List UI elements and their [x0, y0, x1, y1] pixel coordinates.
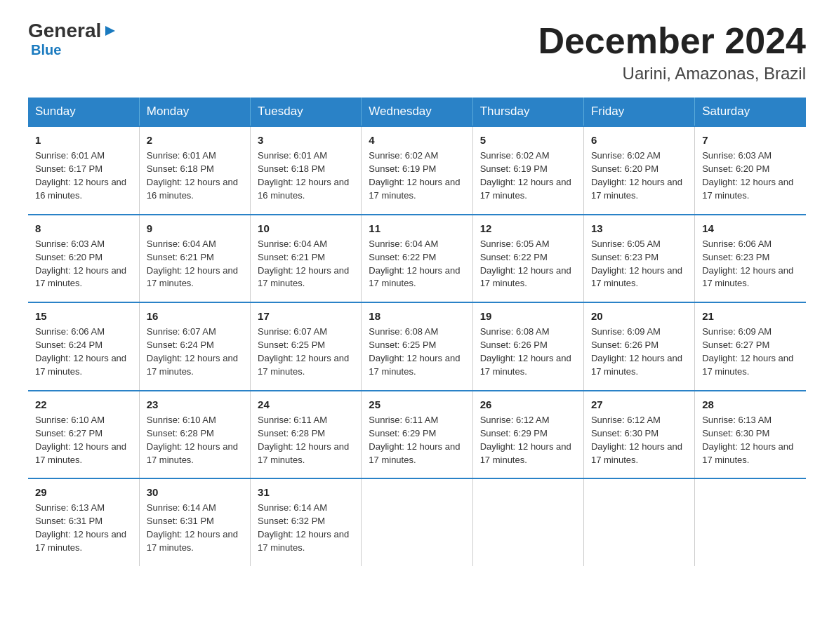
day-number: 12 [480, 221, 576, 236]
header-thursday: Thursday [472, 98, 583, 126]
day-daylight: Daylight: 12 hours and 17 minutes. [702, 265, 793, 289]
table-row: 8 Sunrise: 6:03 AM Sunset: 6:20 PM Dayli… [28, 215, 139, 303]
day-daylight: Daylight: 12 hours and 17 minutes. [35, 353, 126, 377]
table-row: 27 Sunrise: 6:12 AM Sunset: 6:30 PM Dayl… [583, 391, 694, 479]
logo-blue: Blue [31, 42, 61, 58]
day-sunrise: Sunrise: 6:13 AM [702, 415, 772, 425]
day-number: 1 [35, 133, 132, 147]
day-daylight: Daylight: 12 hours and 17 minutes. [369, 177, 460, 201]
day-daylight: Daylight: 12 hours and 17 minutes. [258, 265, 349, 289]
day-daylight: Daylight: 12 hours and 17 minutes. [147, 441, 238, 465]
day-daylight: Daylight: 12 hours and 17 minutes. [480, 353, 571, 377]
day-sunset: Sunset: 6:19 PM [369, 163, 436, 174]
day-number: 18 [369, 309, 465, 323]
logo-arrow-icon [102, 23, 118, 39]
day-sunset: Sunset: 6:22 PM [369, 252, 436, 262]
table-row: 22 Sunrise: 6:10 AM Sunset: 6:27 PM Dayl… [28, 391, 139, 479]
day-daylight: Daylight: 12 hours and 17 minutes. [369, 265, 460, 289]
calendar-body: 1 Sunrise: 6:01 AM Sunset: 6:17 PM Dayli… [28, 126, 806, 566]
day-daylight: Daylight: 12 hours and 17 minutes. [480, 441, 571, 465]
table-row: 13 Sunrise: 6:05 AM Sunset: 6:23 PM Dayl… [583, 215, 694, 303]
table-row: 28 Sunrise: 6:13 AM Sunset: 6:30 PM Dayl… [695, 391, 806, 479]
day-sunrise: Sunrise: 6:04 AM [258, 239, 327, 249]
day-number: 17 [258, 309, 354, 323]
svg-marker-0 [105, 26, 115, 36]
day-sunset: Sunset: 6:24 PM [147, 340, 214, 350]
day-sunrise: Sunrise: 6:06 AM [35, 326, 105, 337]
day-sunset: Sunset: 6:29 PM [480, 428, 548, 438]
day-number: 8 [35, 221, 132, 236]
day-daylight: Daylight: 12 hours and 16 minutes. [147, 177, 238, 201]
day-sunrise: Sunrise: 6:02 AM [369, 150, 438, 161]
header-tuesday: Tuesday [251, 98, 362, 126]
day-daylight: Daylight: 12 hours and 16 minutes. [35, 177, 126, 201]
day-sunrise: Sunrise: 6:14 AM [258, 502, 327, 513]
day-daylight: Daylight: 12 hours and 16 minutes. [258, 177, 349, 201]
day-daylight: Daylight: 12 hours and 17 minutes. [35, 265, 126, 289]
day-sunset: Sunset: 6:28 PM [147, 428, 214, 438]
day-daylight: Daylight: 12 hours and 17 minutes. [369, 353, 460, 377]
day-sunset: Sunset: 6:20 PM [35, 252, 102, 262]
table-row: 14 Sunrise: 6:06 AM Sunset: 6:23 PM Dayl… [695, 215, 806, 303]
day-number: 27 [591, 397, 687, 412]
day-daylight: Daylight: 12 hours and 17 minutes. [147, 529, 238, 553]
day-daylight: Daylight: 12 hours and 17 minutes. [591, 441, 682, 465]
table-row: 20 Sunrise: 6:09 AM Sunset: 6:26 PM Dayl… [583, 302, 694, 391]
header-sunday: Sunday [28, 98, 139, 126]
day-number: 3 [258, 133, 354, 147]
day-sunrise: Sunrise: 6:01 AM [147, 150, 216, 161]
day-sunrise: Sunrise: 6:08 AM [369, 326, 438, 337]
day-number: 23 [147, 397, 243, 412]
table-row [695, 478, 806, 566]
day-sunrise: Sunrise: 6:04 AM [147, 239, 216, 249]
day-sunrise: Sunrise: 6:02 AM [591, 150, 661, 161]
day-daylight: Daylight: 12 hours and 17 minutes. [702, 441, 793, 465]
header-wednesday: Wednesday [362, 98, 472, 126]
day-number: 6 [591, 133, 687, 147]
day-number: 28 [702, 397, 799, 412]
day-sunrise: Sunrise: 6:11 AM [369, 415, 438, 425]
table-row: 19 Sunrise: 6:08 AM Sunset: 6:26 PM Dayl… [472, 302, 583, 391]
day-sunrise: Sunrise: 6:07 AM [147, 326, 216, 337]
day-sunset: Sunset: 6:27 PM [35, 428, 102, 438]
day-sunrise: Sunrise: 6:02 AM [480, 150, 550, 161]
day-number: 21 [702, 309, 799, 323]
calendar-table: Sunday Monday Tuesday Wednesday Thursday… [28, 98, 806, 566]
day-daylight: Daylight: 12 hours and 17 minutes. [258, 529, 349, 553]
day-sunrise: Sunrise: 6:03 AM [35, 239, 105, 249]
day-sunrise: Sunrise: 6:10 AM [147, 415, 216, 425]
day-daylight: Daylight: 12 hours and 17 minutes. [702, 177, 793, 201]
day-sunrise: Sunrise: 6:06 AM [702, 239, 772, 249]
day-daylight: Daylight: 12 hours and 17 minutes. [591, 265, 682, 289]
day-sunrise: Sunrise: 6:14 AM [147, 502, 216, 513]
day-sunrise: Sunrise: 6:11 AM [258, 415, 327, 425]
day-sunset: Sunset: 6:18 PM [258, 163, 325, 174]
day-number: 29 [35, 485, 132, 499]
day-number: 10 [258, 221, 354, 236]
day-number: 26 [480, 397, 576, 412]
table-row: 17 Sunrise: 6:07 AM Sunset: 6:25 PM Dayl… [251, 302, 362, 391]
day-daylight: Daylight: 12 hours and 17 minutes. [147, 265, 238, 289]
day-sunset: Sunset: 6:26 PM [591, 340, 658, 350]
day-daylight: Daylight: 12 hours and 17 minutes. [480, 265, 571, 289]
table-row [472, 478, 583, 566]
day-sunset: Sunset: 6:20 PM [702, 163, 769, 174]
table-row: 21 Sunrise: 6:09 AM Sunset: 6:27 PM Dayl… [695, 302, 806, 391]
header-monday: Monday [139, 98, 250, 126]
day-sunset: Sunset: 6:31 PM [147, 516, 214, 526]
day-sunset: Sunset: 6:26 PM [480, 340, 548, 350]
day-daylight: Daylight: 12 hours and 17 minutes. [591, 353, 682, 377]
table-row: 11 Sunrise: 6:04 AM Sunset: 6:22 PM Dayl… [362, 215, 472, 303]
day-number: 24 [258, 397, 354, 412]
day-daylight: Daylight: 12 hours and 17 minutes. [258, 441, 349, 465]
calendar-week-row: 8 Sunrise: 6:03 AM Sunset: 6:20 PM Dayli… [28, 215, 806, 303]
table-row: 5 Sunrise: 6:02 AM Sunset: 6:19 PM Dayli… [472, 126, 583, 215]
table-row: 26 Sunrise: 6:12 AM Sunset: 6:29 PM Dayl… [472, 391, 583, 479]
day-sunset: Sunset: 6:28 PM [258, 428, 325, 438]
table-row: 25 Sunrise: 6:11 AM Sunset: 6:29 PM Dayl… [362, 391, 472, 479]
table-row: 23 Sunrise: 6:10 AM Sunset: 6:28 PM Dayl… [139, 391, 250, 479]
logo: General Blue [28, 21, 118, 58]
day-sunrise: Sunrise: 6:09 AM [702, 326, 772, 337]
table-row [362, 478, 472, 566]
day-sunrise: Sunrise: 6:04 AM [369, 239, 438, 249]
